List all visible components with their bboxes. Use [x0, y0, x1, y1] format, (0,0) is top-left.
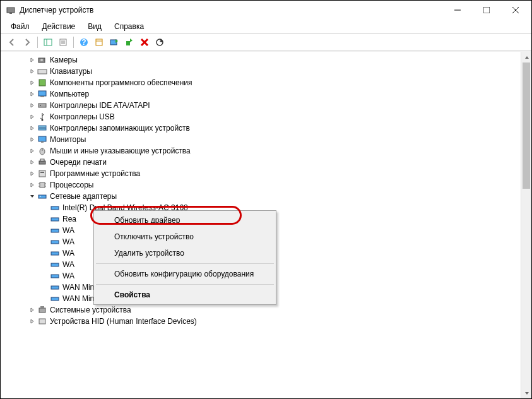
tree-node-label: Камеры	[50, 56, 78, 64]
menu-file[interactable]: Файл	[6, 21, 35, 32]
window-controls	[443, 1, 530, 20]
chevron-right-icon[interactable]	[28, 56, 36, 64]
chevron-right-icon[interactable]	[28, 124, 36, 132]
scan-hardware-button[interactable]	[152, 35, 167, 49]
enable-device-button[interactable]	[122, 35, 137, 49]
tree-node-software-devices[interactable]: Программные устройства	[3, 168, 521, 179]
tree-node-cameras[interactable]: Камеры	[3, 54, 521, 66]
svg-rect-56	[51, 286, 59, 289]
vertical-scrollbar[interactable]	[521, 52, 531, 398]
content-area: Камеры Клавиатуры Компоненты программног…	[1, 51, 531, 398]
svg-rect-57	[51, 297, 59, 301]
svg-text:?: ?	[81, 38, 86, 47]
tree-node-processors[interactable]: Процессоры	[3, 179, 521, 191]
tree-node-hid-devices[interactable]: Устройства HID (Human Interface Devices)	[3, 316, 521, 327]
svg-rect-3	[483, 7, 490, 13]
chevron-right-icon[interactable]	[28, 170, 36, 177]
forward-button[interactable]	[20, 35, 35, 49]
menu-view[interactable]: Вид	[83, 21, 107, 32]
scroll-thumb[interactable]	[523, 63, 530, 189]
chevron-right-icon[interactable]	[28, 136, 36, 143]
chevron-right-icon[interactable]	[28, 158, 36, 166]
svg-point-22	[40, 59, 43, 61]
svg-rect-34	[38, 136, 46, 141]
help-button[interactable]: ?	[76, 35, 92, 49]
tree-node-print-queues[interactable]: Очереди печати	[3, 157, 521, 168]
menu-help[interactable]: Справка	[109, 21, 149, 32]
ctx-disable-device[interactable]: Отключить устройство	[95, 229, 275, 245]
svg-rect-23	[38, 69, 47, 74]
chevron-right-icon[interactable]	[28, 113, 36, 121]
tree-node-software-components[interactable]: Компоненты программного обеспечения	[3, 77, 521, 88]
tree-node-label: Контроллеры запоминающих устройств	[50, 124, 190, 133]
software-device-icon	[37, 169, 47, 179]
svg-rect-35	[41, 141, 44, 143]
system-device-icon	[37, 305, 47, 315]
toolbar: ?	[1, 33, 531, 51]
chevron-right-icon[interactable]	[28, 68, 36, 75]
tree-node-label: Rea	[62, 215, 76, 223]
close-button[interactable]	[501, 1, 530, 20]
chevron-right-icon[interactable]	[28, 306, 36, 314]
printer-icon	[37, 157, 47, 167]
mouse-icon	[37, 146, 47, 156]
tree-node-storage-controllers[interactable]: Контроллеры запоминающих устройств	[3, 122, 521, 134]
tree-node-label: Программные устройства	[50, 169, 140, 178]
properties-button[interactable]	[56, 35, 71, 49]
svg-point-31	[42, 119, 44, 121]
ctx-update-driver[interactable]: Обновить драйвер	[95, 212, 275, 229]
tree-node-ide-controllers[interactable]: Контроллеры IDE ATA/ATAPI	[3, 100, 521, 111]
update-driver-button[interactable]	[107, 35, 122, 49]
svg-rect-50	[51, 218, 59, 221]
minimize-button[interactable]	[443, 1, 472, 20]
chevron-down-icon[interactable]	[28, 193, 36, 200]
ctx-refresh-hardware[interactable]: Обновить конфигурацию оборудования	[95, 266, 275, 282]
chevron-right-icon[interactable]	[28, 102, 36, 109]
tree-node-mice[interactable]: Мыши и иные указывающие устройства	[3, 145, 521, 157]
network-adapter-icon	[50, 282, 60, 292]
svg-rect-41	[40, 172, 44, 173]
usb-icon	[37, 112, 47, 122]
svg-rect-51	[51, 229, 59, 232]
scroll-up-button[interactable]	[521, 52, 532, 63]
svg-rect-58	[39, 308, 45, 313]
menubar: Файл Действие Вид Справка	[1, 20, 531, 33]
tree-node-label: Клавиатуры	[50, 67, 92, 76]
svg-rect-1	[9, 13, 12, 14]
tree-node-label: Процессоры	[50, 181, 94, 189]
tree-node-usb-controllers[interactable]: Контроллеры USB	[3, 111, 521, 122]
chevron-right-icon[interactable]	[28, 147, 36, 155]
back-button[interactable]	[4, 35, 20, 49]
tree-node-keyboards[interactable]: Клавиатуры	[3, 66, 521, 77]
tree-node-label: Контроллеры USB	[50, 112, 115, 121]
chevron-right-icon[interactable]	[28, 181, 36, 189]
network-adapter-icon	[50, 259, 60, 270]
maximize-button[interactable]	[472, 1, 501, 20]
tree-node-label: Системные устройства	[50, 306, 131, 314]
tree-node-network-adapters[interactable]: Сетевые адаптеры	[3, 191, 521, 202]
action-button[interactable]	[92, 35, 107, 49]
network-adapter-icon	[50, 237, 60, 247]
chevron-right-icon[interactable]	[28, 90, 36, 98]
show-hide-tree-button[interactable]	[40, 35, 56, 49]
ctx-properties[interactable]: Свойства	[95, 287, 275, 303]
keyboard-icon	[37, 66, 47, 76]
svg-rect-47	[38, 195, 46, 198]
ctx-remove-device[interactable]: Удалить устройство	[95, 245, 275, 261]
chevron-right-icon[interactable]	[28, 318, 36, 325]
ide-icon	[37, 100, 47, 110]
svg-rect-39	[40, 159, 44, 161]
tree-node-system-devices[interactable]: Системные устройства	[3, 304, 521, 316]
uninstall-button[interactable]	[137, 35, 152, 49]
svg-rect-38	[39, 161, 45, 164]
window-title: Диспетчер устройств	[20, 6, 443, 15]
svg-rect-17	[126, 41, 130, 45]
tree-node-monitors[interactable]: Мониторы	[3, 134, 521, 145]
svg-rect-53	[51, 252, 59, 255]
network-adapter-icon	[50, 225, 60, 235]
chevron-right-icon[interactable]	[28, 79, 36, 86]
tree-node-computer[interactable]: Компьютер	[3, 88, 521, 100]
scroll-down-button[interactable]	[521, 388, 532, 398]
menu-action[interactable]: Действие	[37, 21, 81, 32]
network-adapter-icon	[50, 294, 60, 304]
